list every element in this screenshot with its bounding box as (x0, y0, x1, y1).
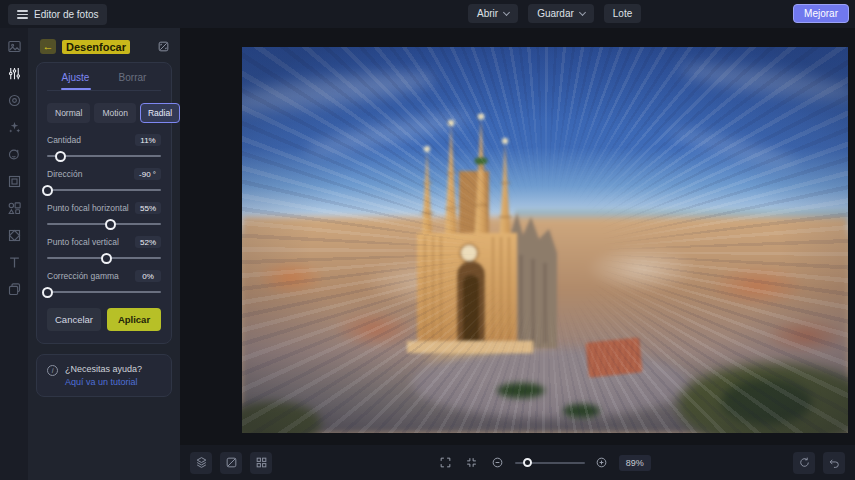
slider-value: 55% (135, 202, 161, 214)
panel-tabs: Ajuste Borrar (47, 63, 161, 91)
photo-basilica (369, 113, 599, 363)
undo-icon[interactable] (823, 452, 845, 474)
before-after-icon[interactable] (220, 452, 242, 474)
collage-tool-icon[interactable] (6, 281, 22, 297)
save-label: Guardar (537, 8, 574, 19)
slider-direccion: Dirección -90 ° (47, 168, 161, 191)
grid-view-icon[interactable] (250, 452, 272, 474)
help-question: ¿Necesitas ayuda? (65, 364, 142, 374)
photo-editor-window: Editor de fotos Abrir Guardar Lote Mejor… (0, 0, 855, 480)
slider-label: Cantidad (47, 135, 81, 145)
panel-header: ← Desenfocar (28, 28, 180, 62)
tutorial-link[interactable]: Aquí va un tutorial (65, 377, 142, 387)
reset-icon[interactable] (793, 452, 815, 474)
bottom-bar: 89% (180, 445, 855, 480)
fullscreen-icon[interactable] (437, 454, 455, 472)
slider-value: 0% (135, 270, 161, 282)
slider-label: Punto focal vertical (47, 237, 119, 247)
slider-punto-focal-vertical: Punto focal vertical 52% (47, 236, 161, 259)
slider-punto-focal-horizontal: Punto focal horizontal 55% (47, 202, 161, 225)
batch-button[interactable]: Lote (604, 4, 641, 23)
layers-icon[interactable] (190, 452, 212, 474)
app-title: Editor de fotos (34, 9, 98, 20)
file-menu-group: Abrir Guardar Lote (468, 4, 641, 23)
image-tool-icon[interactable] (6, 38, 22, 54)
beauty-tool-icon[interactable] (6, 146, 22, 162)
slider-track[interactable] (47, 291, 161, 293)
help-card: i ¿Necesitas ayuda? Aquí va un tutorial (36, 354, 172, 397)
save-menu-button[interactable]: Guardar (528, 4, 594, 23)
mode-radial-button[interactable]: Radial (140, 103, 180, 123)
mode-motion-button[interactable]: Motion (94, 103, 136, 123)
info-icon: i (47, 365, 58, 376)
compare-icon[interactable] (157, 40, 170, 53)
photo-trees (563, 404, 599, 418)
adjust-card: Ajuste Borrar Normal Motion Radial Canti… (36, 62, 172, 344)
effects-tool-icon[interactable] (6, 119, 22, 135)
main-menu-button[interactable]: Editor de fotos (8, 4, 107, 25)
elements-tool-icon[interactable] (6, 200, 22, 216)
chevron-down-icon (503, 8, 510, 15)
open-label: Abrir (477, 8, 498, 19)
slider-label: Corrección gamma (47, 271, 119, 281)
action-row: Cancelar Aplicar (47, 308, 161, 331)
mosaic-tool-icon[interactable] (6, 227, 22, 243)
tab-borrar[interactable]: Borrar (104, 63, 161, 90)
slider-track[interactable] (47, 189, 161, 191)
cancel-button[interactable]: Cancelar (47, 308, 101, 331)
text-tool-icon[interactable] (6, 254, 22, 270)
blur-mode-group: Normal Motion Radial (47, 103, 161, 123)
tool-rail (0, 28, 28, 480)
blur-panel: ← Desenfocar Ajuste Borrar Normal Motion… (28, 28, 180, 480)
editor-canvas (180, 28, 855, 445)
hamburger-icon (17, 8, 28, 21)
tab-ajuste[interactable]: Ajuste (47, 63, 104, 90)
slider-value: -90 ° (134, 168, 161, 180)
mode-normal-button[interactable]: Normal (47, 103, 90, 123)
focus-tool-icon[interactable] (6, 92, 22, 108)
slider-handle[interactable] (55, 151, 66, 162)
slider-correccion-gamma: Corrección gamma 0% (47, 270, 161, 293)
slider-handle[interactable] (101, 253, 112, 264)
slider-value: 52% (135, 236, 161, 248)
canvas-photo[interactable] (242, 47, 848, 433)
fit-screen-icon[interactable] (463, 454, 481, 472)
slider-track[interactable] (47, 257, 161, 259)
slider-handle[interactable] (42, 185, 53, 196)
photo-trees (721, 379, 812, 425)
zoom-percentage: 89% (619, 455, 651, 471)
enhance-button[interactable]: Mejorar (793, 4, 849, 23)
zoom-out-icon[interactable] (489, 454, 507, 472)
slider-track[interactable] (47, 223, 161, 225)
slider-value: 11% (135, 134, 161, 146)
zoom-in-icon[interactable] (593, 454, 611, 472)
top-bar: Editor de fotos Abrir Guardar Lote Mejor… (0, 0, 855, 28)
slider-label: Punto focal horizontal (47, 203, 129, 213)
slider-cantidad: Cantidad 11% (47, 134, 161, 157)
slider-handle[interactable] (42, 287, 53, 298)
canvas-zoom-slider[interactable] (515, 462, 585, 464)
panel-title: Desenfocar (62, 40, 130, 54)
chevron-down-icon (579, 8, 586, 15)
slider-label: Dirección (47, 169, 82, 179)
frame-tool-icon[interactable] (6, 173, 22, 189)
slider-handle[interactable] (105, 219, 116, 230)
adjust-tool-icon[interactable] (6, 65, 22, 81)
apply-button[interactable]: Aplicar (107, 308, 161, 331)
batch-label: Lote (613, 8, 632, 19)
back-button[interactable]: ← (40, 39, 56, 54)
slider-track[interactable] (47, 155, 161, 157)
canvas-zoom-slider-handle[interactable] (523, 458, 532, 467)
open-menu-button[interactable]: Abrir (468, 4, 518, 23)
main-area: 89% (180, 28, 855, 480)
